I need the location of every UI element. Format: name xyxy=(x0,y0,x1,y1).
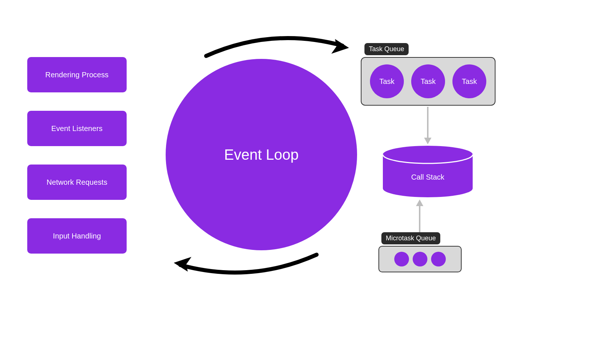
browser-responsibilities-list: Rendering Process Event Listeners Networ… xyxy=(27,57,127,254)
task-item: Task xyxy=(370,64,404,98)
microtask-item xyxy=(413,252,427,266)
responsibility-label: Rendering Process xyxy=(45,71,109,79)
call-stack-cylinder: Call Stack xyxy=(383,146,473,197)
task-queue-box: Task Task Task xyxy=(361,57,495,106)
microtask-queue-box xyxy=(378,246,462,272)
event-loop-circle: Event Loop xyxy=(166,59,357,250)
task-item: Task xyxy=(411,64,445,98)
task-label: Task xyxy=(420,77,435,86)
responsibility-rendering-process: Rendering Process xyxy=(27,57,127,92)
task-label: Task xyxy=(379,77,394,86)
microtask-item xyxy=(394,252,409,266)
task-label: Task xyxy=(462,77,477,86)
responsibility-event-listeners: Event Listeners xyxy=(27,111,127,146)
microtask-item xyxy=(431,252,446,266)
responsibility-label: Network Requests xyxy=(47,178,107,187)
call-stack-label: Call Stack xyxy=(383,146,473,197)
loop-arrow-bottom-icon xyxy=(169,250,320,277)
task-queue-title: Task Queue xyxy=(364,43,409,55)
event-loop-diagram: Rendering Process Event Listeners Networ… xyxy=(0,0,589,364)
arrow-task-to-callstack-icon xyxy=(423,107,432,146)
task-item: Task xyxy=(452,64,486,98)
responsibility-label: Input Handling xyxy=(53,232,101,240)
responsibility-input-handling: Input Handling xyxy=(27,218,127,254)
microtask-queue-title: Microtask Queue xyxy=(381,232,440,244)
responsibility-label: Event Listeners xyxy=(51,124,102,133)
arrow-microtask-to-callstack-icon xyxy=(415,199,424,233)
event-loop-label: Event Loop xyxy=(224,146,299,163)
responsibility-network-requests: Network Requests xyxy=(27,165,127,200)
loop-arrow-top-icon xyxy=(202,34,353,60)
